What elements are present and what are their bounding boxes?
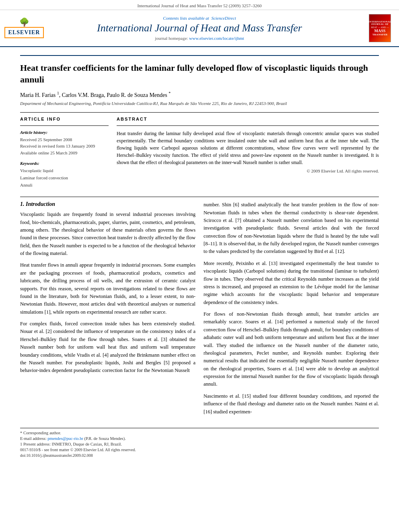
abstract-divider [117,125,379,126]
body-content: 1. Introduction Viscoplastic liquids are… [20,201,379,420]
abstract-label: ABSTRACT [117,117,379,121]
journal-homepage: journal homepage: www.elsevier.com/locat… [40,36,359,41]
cover-text1: INTERNATIONAL JOURNAL OF [368,21,391,25]
intro-para3: For complex fluids, forced convection in… [20,320,195,375]
journal-title: International Journal of Heat and Mass T… [40,22,359,34]
title-divider [20,112,379,113]
doi-note: doi:10.1016/j.ijheatmasstransfer.2009.02… [20,453,379,458]
email-note: E-mail address: pmendes@puc-rio.br (P.R.… [20,436,379,441]
article-info-abstract: ARTICLE INFO Article history: Received 2… [20,117,379,189]
body-right-col: number. Shin [6] studied analytically th… [204,201,379,420]
sciencedirect-link[interactable]: ScienceDirect [211,16,236,21]
keyword2: Laminar forced convection [20,175,109,182]
elsevier-box: ELSEVIER [4,27,44,38]
footnote1: 1 Present address: INMETRO, Duque de Cax… [20,442,379,446]
available-date: Available online 25 March 2009 [20,150,109,156]
right-para3: For flows of non-Newtonian fluids throug… [204,310,379,388]
cover-text4: TRANSFER [372,33,388,36]
abstract-col: ABSTRACT Heat transfer during the lamina… [117,117,379,189]
article-info-label: ARTICLE INFO [20,117,109,121]
contents-line: Contents lists available at ScienceDirec… [40,16,359,21]
abstract-text: Heat transfer during the laminar fully d… [117,130,379,166]
right-para2: More recently, Peixinho et al. [13] inve… [204,260,379,306]
doi-text: doi:10.1016/j.ijheatmasstransfer.2009.02… [20,453,93,458]
copyright-text: 0017-9310/$ - see front matter © 2009 El… [20,448,136,452]
journal-banner: 🌳 ELSEVIER Contents lists available at S… [0,10,399,47]
intro-para1: Viscoplastic liquids are frequently foun… [20,211,195,257]
email-address[interactable]: pmendes@puc-rio.br [47,436,83,441]
affiliation: Department of Mechanical Engineering, Po… [20,101,379,106]
section-number: 1. [20,201,26,207]
header-divider [20,55,379,56]
keyword1: Viscoplastic liquid [20,167,109,175]
journal-citation: International Journal of Heat and Mass T… [0,0,399,10]
abstract-copyright: © 2009 Elsevier Ltd. All rights reserved… [117,168,379,173]
elsevier-logo: 🌳 ELSEVIER [8,18,40,38]
journal-cover-image: INTERNATIONAL JOURNAL OF HEAT — AND — MA… [369,14,391,42]
citation-text: International Journal of Heat and Mass T… [138,3,262,8]
body-divider [20,197,379,197]
copyright-note: 0017-9310/$ - see front matter © 2009 El… [20,448,379,452]
elsevier-label: ELSEVIER [8,29,40,35]
journal-center-info: Contents lists available at ScienceDirec… [40,16,359,41]
author1: Maria H. Farias 1, Carlos V.M. Braga, Pa… [20,92,171,98]
email-person: (P.R. de Souza Mendes). [84,436,126,441]
authors-line: Maria H. Farias 1, Carlos V.M. Braga, Pa… [20,91,379,99]
revised-date: Received in revised form 13 January 2009 [20,143,109,150]
corresponding-author-note: * Corresponding author. [20,431,379,435]
corresponding-label: * Corresponding author. [20,431,61,435]
article-title: Heat transfer coefficients for the lamin… [20,62,379,85]
article-container: Heat transfer coefficients for the lamin… [0,47,399,471]
email-label: E-mail address: [20,436,47,441]
article-info-col: ARTICLE INFO Article history: Received 2… [20,117,109,189]
body-left-col: 1. Introduction Viscoplastic liquids are… [20,201,195,420]
received-date: Received 25 September 2008 [20,136,109,143]
right-para1: number. Shin [6] studied analytically th… [204,201,379,256]
article-info-divider [20,125,109,126]
intro-para2: Heat transfer flows in annuli appear fre… [20,261,195,316]
elsevier-tree-icon: 🌳 [19,18,29,26]
section-title: Introduction [26,201,55,207]
cover-text3: MASS [374,29,386,33]
article-footer: * Corresponding author. E-mail address: … [20,428,379,458]
homepage-url[interactable]: www.elsevier.com/locate/ijhmt [189,36,244,41]
keyword3: Annuli [20,182,109,189]
journal-cover-container: INTERNATIONAL JOURNAL OF HEAT — AND — MA… [359,14,391,42]
history-label: Article history: [20,130,109,135]
right-para4: Nascimento et al. [15] studied four diff… [204,392,379,416]
contents-text: Contents lists available at [163,16,209,21]
keywords-label: Keywords: [20,161,109,166]
intro-heading: 1. Introduction [20,201,195,207]
